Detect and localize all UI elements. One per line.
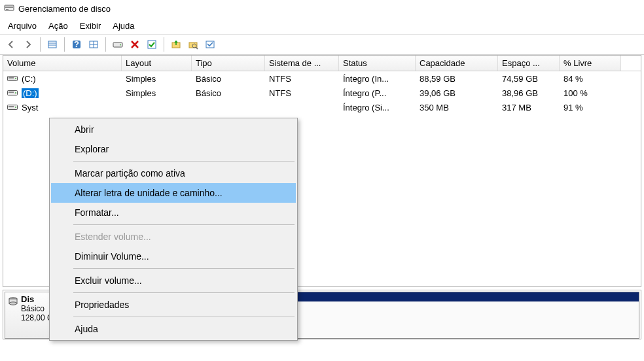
cell-type: Básico [192, 73, 265, 85]
toolbar-separator [105, 37, 106, 52]
col-capacity[interactable]: Capacidade [416, 56, 498, 71]
volume-name: Syst [22, 103, 38, 112]
svg-point-30 [9, 302, 17, 305]
col-status[interactable]: Status [339, 56, 416, 71]
context-menu: AbrirExplorarMarcar partição como ativaA… [49, 118, 298, 341]
cell-free: 74,59 GB [498, 73, 560, 85]
cell-free: 38,96 GB [498, 87, 560, 99]
toolbar-disk-icon[interactable] [111, 37, 125, 52]
svg-rect-2 [6, 9, 9, 10]
toolbar-separator [164, 37, 164, 52]
cell-status: Íntegro (P... [339, 87, 416, 99]
cell-capacity: 88,59 GB [416, 73, 498, 85]
menu-action[interactable]: Ação [45, 20, 75, 32]
col-filesys[interactable]: Sistema de ... [265, 56, 339, 71]
disk-management-app-icon [4, 3, 14, 15]
context-menu-item[interactable]: Abrir [51, 120, 296, 139]
svg-rect-1 [5, 7, 13, 8]
svg-rect-26 [9, 106, 14, 107]
context-menu-item[interactable]: Marcar partição como ativa [51, 163, 296, 183]
context-menu-item[interactable]: Ajuda [51, 319, 296, 339]
toolbar-delete-icon[interactable] [128, 37, 142, 52]
cell-volume: (D:) [3, 87, 122, 99]
svg-text:?: ? [74, 39, 79, 49]
context-menu-separator [73, 292, 295, 293]
cell-type: Básico [192, 87, 265, 99]
context-menu-separator [73, 224, 295, 225]
cell-capacity: 39,06 GB [416, 87, 498, 99]
context-menu-separator [73, 161, 295, 162]
cell-capacity: 350 MB [416, 101, 498, 114]
cell-filesys [265, 106, 339, 109]
context-menu-item[interactable]: Explorar [51, 139, 296, 159]
toolbar-grid-icon[interactable] [86, 37, 101, 52]
table-body: (C:)SimplesBásicoNTFSÍntegro (In...88,59… [3, 71, 641, 114]
context-menu-separator [73, 317, 295, 317]
context-menu-separator [73, 268, 295, 269]
cell-pctfree: 91 % [560, 101, 621, 114]
volume-name: (D:) [22, 88, 39, 98]
cell-layout: Simples [122, 73, 192, 85]
context-menu-item[interactable]: Diminuir Volume... [51, 247, 296, 266]
cell-volume: Syst [3, 101, 122, 114]
menu-bar: Arquivo Ação Exibir Ajuda [0, 18, 644, 35]
toolbar-folder-up-icon[interactable] [169, 37, 183, 52]
table-row[interactable]: SystÍntegro (Si...350 MB317 MB91 % [3, 100, 641, 114]
cell-filesys: NTFS [265, 73, 339, 85]
table-header: Volume Layout Tipo Sistema de ... Status… [3, 56, 641, 71]
svg-rect-23 [9, 92, 14, 93]
window-title: Gerenciamento de disco [18, 4, 111, 14]
table-row[interactable]: (D:)SimplesBásicoNTFSÍntegro (P...39,06 … [3, 86, 641, 100]
hard-disk-icon [8, 296, 18, 309]
cell-status: Íntegro (In... [339, 73, 416, 85]
context-menu-item[interactable]: Formatar... [51, 203, 296, 222]
toolbar-separator [64, 37, 65, 52]
col-volume[interactable]: Volume [3, 56, 122, 71]
toolbar-check-icon[interactable] [145, 37, 159, 52]
cell-pctfree: 100 % [560, 87, 621, 99]
cell-layout [122, 106, 192, 109]
col-type[interactable]: Tipo [192, 56, 265, 71]
title-bar: Gerenciamento de disco [0, 0, 644, 18]
col-pctfree[interactable]: % Livre [560, 56, 621, 71]
svg-point-27 [15, 107, 16, 108]
cell-filesys: NTFS [265, 87, 339, 99]
cell-volume: (C:) [3, 73, 122, 85]
menu-help[interactable]: Ajuda [109, 20, 141, 32]
cell-status: Íntegro (Si... [339, 101, 416, 114]
cell-pctfree: 84 % [560, 73, 621, 85]
menu-file[interactable]: Arquivo [4, 20, 43, 32]
help-icon[interactable]: ? [69, 37, 84, 52]
svg-point-21 [15, 78, 16, 79]
menu-view[interactable]: Exibir [76, 20, 108, 32]
cell-layout: Simples [122, 87, 192, 99]
svg-rect-13 [148, 41, 156, 48]
forward-button[interactable] [21, 37, 35, 52]
context-menu-item[interactable]: Alterar letra de unidade e caminho... [51, 183, 296, 203]
toolbar-separator [40, 37, 41, 52]
context-menu-item: Estender volume... [51, 227, 296, 247]
svg-rect-3 [48, 41, 56, 48]
table-row[interactable]: (C:)SimplesBásicoNTFSÍntegro (In...88,59… [3, 71, 641, 86]
drive-icon [7, 89, 18, 97]
svg-point-24 [15, 92, 16, 94]
col-layout[interactable]: Layout [122, 56, 192, 71]
col-free[interactable]: Espaço ... [498, 56, 560, 71]
context-menu-item[interactable]: Excluir volume... [51, 271, 296, 290]
toolbar: ? [0, 35, 644, 55]
toolbar-props-icon[interactable] [203, 37, 217, 52]
volume-name: (C:) [22, 74, 36, 84]
toolbar-folder-search-icon[interactable] [186, 37, 200, 52]
toolbar-list-icon[interactable] [45, 37, 60, 52]
drive-icon [7, 103, 18, 111]
svg-rect-20 [9, 77, 14, 78]
svg-point-12 [120, 44, 121, 46]
back-button[interactable] [4, 37, 18, 52]
cell-type [192, 106, 265, 109]
cell-free: 317 MB [498, 101, 560, 114]
context-menu-item[interactable]: Propriedades [51, 295, 296, 315]
drive-icon [7, 75, 18, 82]
